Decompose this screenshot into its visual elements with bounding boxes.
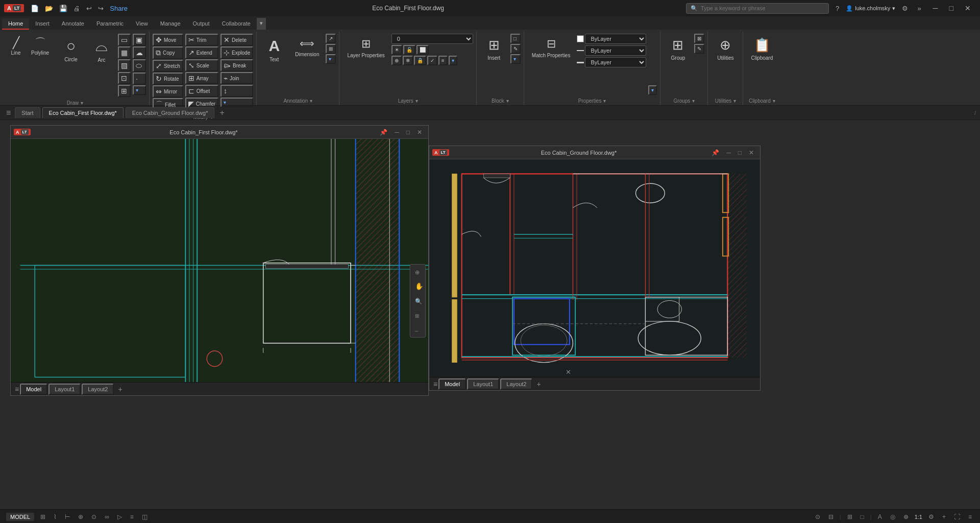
viewport-btn[interactable]: □ [859,512,866,521]
minimize-window-btn[interactable]: ─ [928,2,943,14]
block-group-label[interactable]: Block ▾ [492,97,508,105]
tab-output[interactable]: Output [187,18,216,30]
tab-view[interactable]: View [130,18,154,30]
tab-home[interactable]: Home [2,18,29,30]
color-dropdown[interactable]: ByLayer [585,34,646,44]
layer-lock-btn[interactable]: 🔓 [403,45,415,55]
layer-dropdown[interactable]: 0 [391,34,473,44]
dwg2-maximize-btn[interactable]: □ [735,148,745,157]
share-btn[interactable]: Share [107,3,130,14]
layer-freeze-btn[interactable]: ☀ [391,45,402,55]
region-btn[interactable]: ⊞ [118,85,131,97]
isolate-objects-btn[interactable]: ⊙ [813,512,822,521]
delete-btn[interactable]: ✕ Delete [220,34,253,46]
dwg1-layout1-tab[interactable]: Layout1 [48,384,81,395]
new-btn[interactable]: 📄 [28,3,41,14]
properties-group-label[interactable]: Properties ▾ [578,97,606,105]
more-modify-btn[interactable]: ▾ [220,98,253,107]
undo-btn[interactable]: ↩ [84,3,94,14]
maximize-window-btn[interactable]: □ [944,2,959,14]
search-input[interactable] [701,5,803,11]
utilities-group-label[interactable]: Utilities ▾ [715,97,736,105]
ungroup-btn[interactable]: ⊠ [694,34,704,43]
edit-block-btn[interactable]: ✎ [510,44,521,54]
gradient-btn[interactable]: ▨ [118,59,131,72]
tab-insert[interactable]: Insert [29,18,56,30]
move-btn[interactable]: ✥ Move [153,34,183,46]
create-block-btn[interactable]: □ [510,34,521,43]
open-btn[interactable]: 📂 [42,3,56,14]
tab-parametric[interactable]: Parametric [90,18,130,30]
draw-group-label[interactable]: Draw ▾ [67,99,83,107]
match-properties-btn[interactable]: ⊟ Match Properties [527,34,575,62]
offset-btn[interactable]: ⊏ Offset [185,85,218,97]
rotate-btn[interactable]: ↻ Rotate [153,73,183,85]
dimension-btn[interactable]: ⟺ Dimension [290,34,324,61]
make-current-btn[interactable]: ✓ [427,56,437,65]
otrack-btn[interactable]: ∞ [103,512,111,521]
groups-group-label[interactable]: Groups ▾ [674,97,695,105]
polar-btn[interactable]: ⊕ [76,512,85,521]
ellipse-btn[interactable]: ⬭ [133,59,146,72]
add-tab-icon[interactable]: + [216,107,227,118]
print-btn[interactable]: 🖨 [71,3,83,14]
join-btn[interactable]: ⌁ Join [220,72,253,84]
hatch-btn[interactable]: ▦ [118,46,131,59]
lengthen-btn[interactable]: ↕ [220,85,253,97]
layer-properties-btn[interactable]: ⊞ Layer Properties [342,34,389,62]
tab-manage[interactable]: Manage [154,18,187,30]
cloud-btn[interactable]: ☁ [133,46,146,59]
user-button[interactable]: 👤 luke.cholmsky ▾ [846,5,895,12]
app-logo[interactable]: A LT [4,4,24,12]
point-btn[interactable]: · [133,73,146,85]
dwg2-add-layout-icon[interactable]: + [533,379,544,389]
group-btn[interactable]: ⊞ Group [664,34,692,64]
match-layer-btn[interactable]: ≡ [438,56,448,65]
extend-btn[interactable]: ↗ Extend [185,46,218,59]
annotation-scale-btn[interactable]: A [876,512,884,521]
zoom-plus-btn[interactable]: + [940,512,948,521]
more-draw-btn[interactable]: ▾ [133,85,146,95]
save-btn[interactable]: 💾 [57,3,70,14]
anno-visibility-btn[interactable]: ◎ [888,512,897,521]
more-properties-btn[interactable]: ▾ [648,85,657,95]
freeze-layer-btn[interactable]: ❄ [403,56,413,65]
snap-btn[interactable]: ⌇ [52,512,59,521]
line-btn[interactable]: ╱ Line [6,35,26,58]
array-btn[interactable]: ⊞ Array [185,72,218,84]
dwg1-tab-menu-icon[interactable]: ≡ [15,385,19,393]
boundary-btn[interactable]: ⊡ [118,72,131,84]
edit-group-btn[interactable]: ✎ [694,44,704,54]
help-btn[interactable]: ? [833,3,842,14]
wipe-btn[interactable]: ▣ [133,34,146,46]
tab-start[interactable]: Start [15,107,40,118]
transparency-btn[interactable]: ◫ [140,512,150,521]
grid-btn[interactable]: ⊞ [38,512,47,521]
leader-btn[interactable]: ↗ [326,34,336,43]
dwg1-pin-btn[interactable]: 📌 [377,128,390,137]
stretch-btn[interactable]: ⤢ Stretch [153,60,183,72]
lineweight-dropdown[interactable]: ByLayer [585,57,646,67]
settings-btn[interactable]: ⚙ [899,3,911,14]
dwg1-model-tab[interactable]: Model [20,384,47,395]
annotation-group-label[interactable]: Annotation ▾ [283,97,312,105]
clipboard-btn[interactable]: 📋 Clipboard [746,34,777,64]
settings-status-btn[interactable]: ⚙ [926,512,936,521]
model-indicator[interactable]: MODEL [6,513,34,521]
close-window-btn[interactable]: ✕ [960,2,976,14]
dwg2-layout1-tab[interactable]: Layout1 [467,378,499,390]
tab-dwg1[interactable]: Eco Cabin_First Floor.dwg* [42,107,124,118]
layers-group-label[interactable]: Layers ▾ [398,97,418,105]
add-scale-btn[interactable]: ⊕ [901,512,911,521]
dwg1-layout2-tab[interactable]: Layout2 [82,384,114,395]
osnap-btn[interactable]: ⊙ [89,512,99,521]
clipboard-group-label[interactable]: Clipboard ▾ [749,97,775,105]
tab-annotate[interactable]: Annotate [56,18,90,30]
tab-dwg2[interactable]: Eco Cabin_Ground Floor.dwg* [126,107,215,118]
more-block-btn[interactable]: ▾ [510,54,521,64]
properties-panel-btn[interactable]: ⊟ [826,512,836,521]
copy-btn[interactable]: ⧉ Copy [153,46,183,59]
dwg2-layout2-tab[interactable]: Layout2 [500,378,532,390]
polyline-btn[interactable]: ⌒ Polyline [28,35,53,58]
workspace-btn[interactable]: ⊞ [845,512,854,521]
